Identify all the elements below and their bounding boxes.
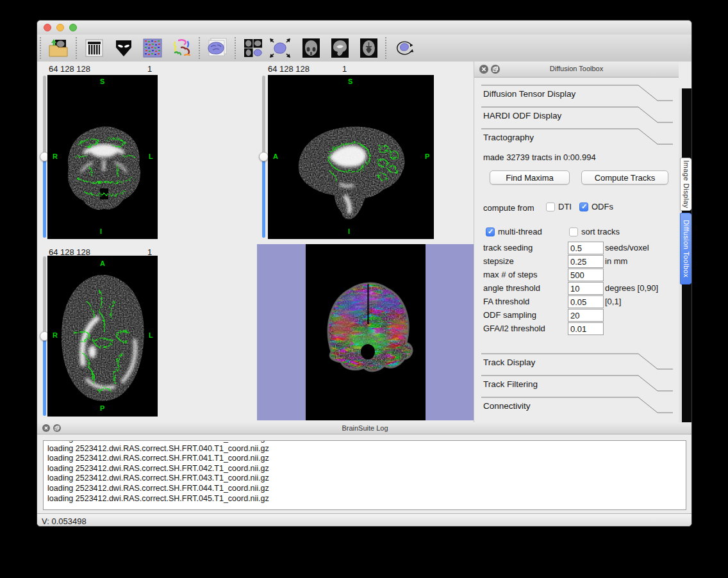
orientation-label-inferior: I [100, 227, 102, 235]
coronal-slice-image [47, 75, 158, 239]
zoom-fit-button[interactable] [269, 38, 291, 58]
coronal-view-icon [302, 38, 320, 58]
orientation-label-superior: S [348, 78, 352, 85]
dti-checkbox-row[interactable]: DTI [546, 202, 572, 211]
toolbar-separator [385, 37, 386, 59]
intensity-scale-icon [85, 39, 103, 57]
slider-track[interactable] [43, 157, 46, 238]
gfa-threshold-input[interactable] [568, 322, 604, 335]
toolbar-separator [235, 37, 236, 59]
tab-diffusion-toolbox[interactable]: Diffusion Toolbox [680, 213, 692, 285]
log-title: BrainSuite Log [37, 424, 692, 432]
log-header[interactable]: BrainSuite Log [37, 422, 692, 434]
fiber-tracks-button[interactable] [171, 38, 193, 58]
sort-tracks-label: sort tracks [581, 227, 620, 236]
track-seeding-suffix: seeds/voxel [605, 243, 649, 252]
orientation-label-left: L [149, 153, 153, 160]
main-toolbar [37, 35, 691, 62]
section-tractography[interactable]: Tractography [481, 128, 673, 146]
mask-tool-button[interactable] [113, 38, 135, 58]
max-steps-input[interactable] [568, 268, 604, 281]
slider-track[interactable] [43, 256, 46, 336]
dti-checkbox[interactable] [546, 202, 555, 211]
sagittal-view-icon [331, 38, 349, 58]
close-window-button[interactable] [44, 24, 51, 31]
odfs-label: ODFs [592, 202, 613, 211]
angle-threshold-suffix: degrees [0,90] [605, 283, 658, 293]
fiber-tracks-icon [172, 38, 192, 58]
image-frame-area: 64 128 128 1 64 128 128 1 [37, 62, 692, 422]
tab-image-display[interactable]: Image Display [680, 158, 692, 211]
find-maxima-button[interactable]: Find Maxima [490, 170, 570, 185]
toolbar-drag-handle[interactable] [40, 37, 41, 59]
axial-view-button[interactable] [358, 38, 379, 58]
dti-label: DTI [558, 202, 572, 211]
fa-threshold-label: FA threshold [483, 297, 529, 306]
multi-thread-label: multi-thread [498, 227, 542, 236]
open-volume-icon [48, 38, 69, 58]
compute-tracks-button[interactable]: Compute Tracks [581, 170, 668, 185]
fa-threshold-input[interactable] [568, 295, 604, 308]
odf-sampling-input[interactable] [568, 309, 604, 322]
coronal-viewport[interactable]: S I R L [47, 75, 158, 239]
log-line: loading 2523412.dwi.RAS.correct.SH.FRT.0… [47, 454, 683, 464]
odfs-checkbox[interactable] [579, 202, 588, 211]
axial-slice-image [47, 256, 158, 417]
orientation-label-anterior: A [273, 153, 278, 160]
tracts-status-text: made 32739 tracts in 0:00.994 [483, 153, 596, 162]
section-hardi-odf-display[interactable]: HARDI ODF Display [481, 106, 673, 124]
brain-surface-icon [206, 38, 228, 58]
slider-track[interactable] [43, 336, 46, 417]
mask-tool-icon [115, 39, 133, 57]
sort-tracks-checkbox[interactable] [569, 227, 578, 236]
toolbox-title: Diffusion Toolbox [474, 65, 679, 72]
zoom-fit-icon [269, 38, 291, 58]
toolbox-header[interactable]: Diffusion Toolbox [474, 62, 679, 78]
angle-threshold-input[interactable] [568, 282, 604, 295]
ortho-views-icon [244, 38, 263, 58]
ortho-views-button[interactable] [242, 38, 264, 58]
rotate-view-button[interactable] [393, 38, 415, 58]
intensity-scale-button[interactable] [83, 38, 105, 58]
log-line: loading 2523412.dwi.RAS.correct.SH.FRT.0… [47, 494, 683, 504]
brain-surface-button[interactable] [206, 38, 228, 58]
coronal-dims: 64 128 128 [49, 64, 90, 74]
sagittal-slice-image [268, 75, 434, 239]
slider-track[interactable] [43, 76, 46, 157]
sagittal-view-button[interactable] [329, 38, 351, 58]
sort-tracks-checkbox-row[interactable]: sort tracks [569, 227, 620, 236]
log-output[interactable]: loading 2523412.dwi.RAS.correct.SH.FRT.0… [43, 440, 686, 510]
log-line: loading 2523412.dwi.RAS.correct.SH.FRT.0… [47, 474, 683, 484]
coronal-view-button[interactable] [300, 38, 322, 58]
surface-3d-viewport[interactable] [257, 244, 475, 420]
section-track-display[interactable]: Track Display [481, 353, 673, 371]
voxel-value-readout: V: 0.053498 [42, 516, 87, 526]
track-seeding-input[interactable] [568, 242, 604, 254]
open-volume-button[interactable] [47, 38, 69, 58]
multi-thread-checkbox[interactable] [486, 227, 495, 236]
slider-track[interactable] [262, 76, 265, 157]
odfs-checkbox-row[interactable]: ODFs [579, 202, 613, 211]
slider-track[interactable] [262, 157, 265, 238]
minimize-window-button[interactable] [56, 24, 64, 31]
orientation-label-anterior: A [100, 260, 105, 267]
sagittal-slice-slider[interactable] [259, 76, 269, 238]
odf-field-button[interactable] [142, 38, 163, 58]
stepsize-input[interactable] [568, 255, 604, 268]
section-diffusion-tensor-display[interactable]: Diffusion Tensor Display [481, 85, 673, 103]
diffusion-toolbox-panel: Diffusion Toolbox Diffusion Tensor Displ… [474, 62, 679, 422]
orientation-label-inferior: I [348, 227, 350, 235]
orientation-label-right: R [53, 153, 58, 160]
slider-handle[interactable] [259, 152, 269, 161]
multi-thread-checkbox-row[interactable]: multi-thread [486, 227, 542, 236]
log-line: loading 2523412.dwi.RAS.correct.SH.FRT.0… [47, 464, 683, 474]
title-bar[interactable] [37, 21, 691, 35]
section-connectivity[interactable]: Connectivity [481, 397, 673, 415]
section-track-filtering[interactable]: Track Filtering [481, 375, 673, 393]
zoom-window-button[interactable] [69, 24, 77, 31]
axial-viewport[interactable]: A P R L [47, 256, 158, 417]
toolbar-separator [199, 37, 200, 59]
log-lines: loading 2523412.dwi.RAS.correct.SH.FRT.0… [47, 440, 683, 504]
odf-field-icon [143, 38, 162, 58]
sagittal-viewport[interactable]: S I A P [268, 75, 434, 239]
